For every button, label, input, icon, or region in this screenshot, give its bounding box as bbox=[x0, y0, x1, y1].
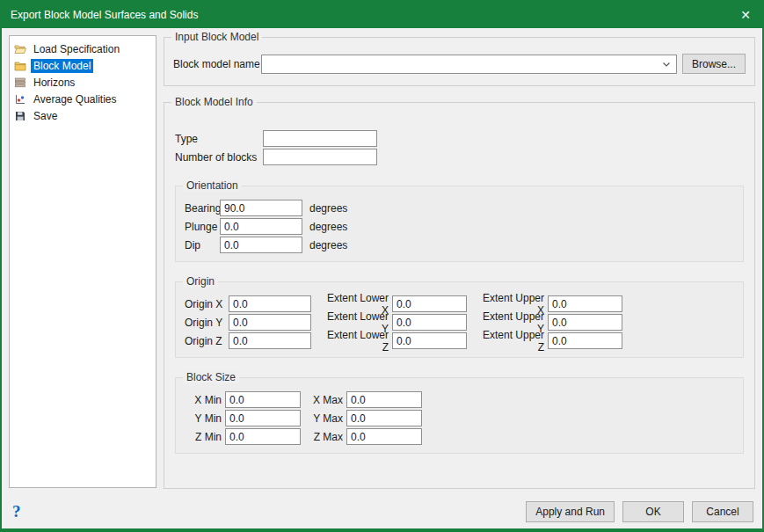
dip-units: degrees bbox=[309, 239, 347, 251]
origin-y-label: Origin Y bbox=[185, 317, 229, 329]
origin-z-label: Origin Z bbox=[185, 335, 229, 347]
help-icon[interactable]: ? bbox=[12, 502, 21, 521]
dialog-body: Load Specification Block Model bbox=[2, 28, 762, 495]
sidebar-item-average-qualities[interactable]: Average Qualities bbox=[12, 91, 153, 107]
input-block-model-group: Input Block Model Block model name Brows… bbox=[164, 37, 755, 86]
group-title: Origin bbox=[183, 275, 218, 288]
sidebar-item-block-model[interactable]: Block Model bbox=[12, 57, 153, 74]
x-max-label: X Max bbox=[308, 394, 343, 406]
number-of-blocks-field[interactable] bbox=[263, 149, 377, 165]
footer-bar: ? Apply and Run OK Cancel bbox=[2, 495, 762, 528]
dip-input[interactable] bbox=[220, 237, 302, 253]
z-min-label: Z Min bbox=[185, 431, 222, 443]
plunge-input[interactable] bbox=[220, 218, 302, 235]
sidebar-item-horizons[interactable]: Horizons bbox=[12, 74, 153, 91]
chevron-down-icon bbox=[662, 58, 671, 70]
group-title: Input Block Model bbox=[171, 31, 262, 43]
origin-group: Origin Origin X Extent Lower X Extent Up… bbox=[175, 281, 744, 358]
origin-x-label: Origin X bbox=[185, 298, 229, 310]
extent-lower-z-label: Extent Lower Z bbox=[318, 329, 389, 353]
type-field[interactable] bbox=[263, 130, 377, 147]
folder-icon bbox=[14, 60, 26, 72]
z-max-label: Z Max bbox=[308, 431, 343, 443]
apply-and-run-button[interactable]: Apply and Run bbox=[526, 501, 615, 522]
y-min-label: Y Min bbox=[185, 412, 222, 425]
x-min-label: X Min bbox=[185, 394, 222, 406]
save-icon bbox=[14, 110, 26, 122]
sidebar-item-save[interactable]: Save bbox=[12, 107, 153, 124]
sidebar-item-label: Average Qualities bbox=[31, 92, 120, 106]
type-label: Type bbox=[175, 133, 263, 145]
origin-x-input[interactable] bbox=[229, 295, 311, 312]
dip-label: Dip bbox=[185, 239, 220, 251]
extent-lower-y-input[interactable] bbox=[392, 314, 467, 331]
orientation-group: Orientation Bearing degrees Plunge degre… bbox=[175, 186, 744, 262]
sidebar-tree: Load Specification Block Model bbox=[9, 35, 156, 488]
layers-icon bbox=[14, 77, 26, 89]
sidebar-item-label: Save bbox=[31, 109, 60, 123]
z-max-input[interactable] bbox=[346, 428, 422, 445]
block-size-group: Block Size X Min X Max Y Min Y Max bbox=[175, 377, 744, 454]
block-model-name-label: Block model name bbox=[173, 58, 261, 70]
folder-open-icon bbox=[14, 43, 26, 55]
close-icon[interactable]: ✕ bbox=[732, 2, 759, 28]
bearing-units: degrees bbox=[309, 202, 347, 215]
bearing-input[interactable] bbox=[220, 200, 302, 216]
block-model-name-combobox[interactable] bbox=[261, 55, 677, 74]
browse-button[interactable]: Browse... bbox=[682, 54, 746, 74]
cancel-button[interactable]: Cancel bbox=[692, 501, 753, 522]
sidebar-item-label: Block Model bbox=[31, 59, 93, 73]
sidebar-item-label: Horizons bbox=[31, 76, 77, 90]
window-title: Export Block Model Surfaces and Solids bbox=[11, 9, 732, 21]
x-min-input[interactable] bbox=[225, 391, 301, 408]
group-title: Block Size bbox=[183, 371, 239, 383]
export-block-model-dialog: Export Block Model Surfaces and Solids ✕… bbox=[0, 0, 764, 532]
number-of-blocks-label: Number of blocks bbox=[175, 151, 263, 164]
y-min-input[interactable] bbox=[225, 410, 301, 426]
titlebar: Export Block Model Surfaces and Solids ✕ bbox=[2, 2, 762, 28]
extent-lower-z-input[interactable] bbox=[392, 332, 467, 349]
block-model-info-group: Block Model Info Type Number of blocks O… bbox=[164, 102, 755, 489]
extent-upper-x-input[interactable] bbox=[548, 295, 622, 312]
sidebar-item-load-specification[interactable]: Load Specification bbox=[12, 40, 153, 57]
extent-lower-x-input[interactable] bbox=[392, 295, 467, 312]
x-max-input[interactable] bbox=[346, 391, 422, 408]
plunge-label: Plunge bbox=[185, 221, 220, 233]
scatter-chart-icon bbox=[14, 93, 26, 106]
extent-upper-y-input[interactable] bbox=[548, 314, 622, 331]
sidebar-item-label: Load Specification bbox=[31, 42, 122, 56]
extent-upper-z-label: Extent Upper Z bbox=[474, 329, 544, 353]
group-title: Block Model Info bbox=[171, 96, 257, 108]
plunge-units: degrees bbox=[309, 221, 347, 233]
y-max-label: Y Max bbox=[308, 412, 343, 425]
group-title: Orientation bbox=[183, 179, 242, 192]
origin-z-input[interactable] bbox=[229, 332, 311, 349]
extent-upper-z-input[interactable] bbox=[548, 332, 622, 349]
main-panel: Input Block Model Block model name Brows… bbox=[164, 35, 755, 488]
bearing-label: Bearing bbox=[185, 202, 220, 215]
y-max-input[interactable] bbox=[346, 410, 422, 426]
origin-y-input[interactable] bbox=[229, 314, 311, 331]
ok-button[interactable]: OK bbox=[622, 501, 684, 522]
z-min-input[interactable] bbox=[225, 428, 301, 445]
